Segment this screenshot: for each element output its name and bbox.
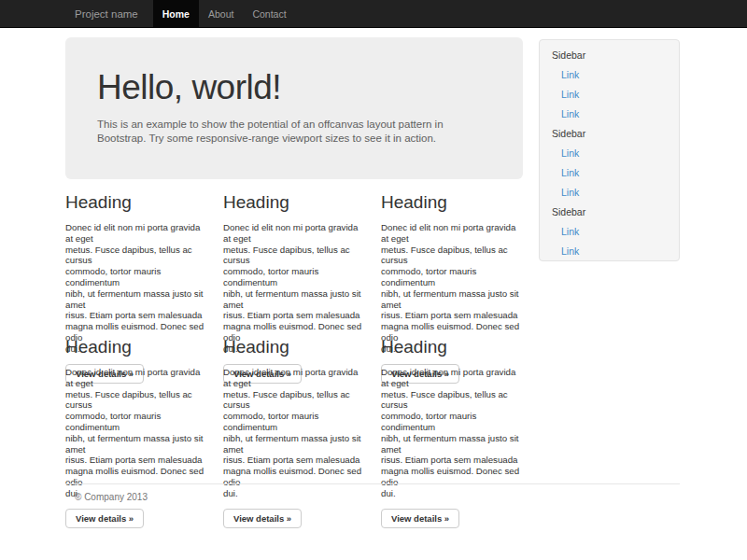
card-heading: Heading <box>381 192 523 213</box>
card-heading: Heading <box>65 192 207 213</box>
card-body-text: Donec id elit non mi porta gravida at eg… <box>381 367 523 499</box>
page-title: Hello, world! <box>97 68 491 107</box>
sidebar-group-heading: Sidebar <box>540 124 679 144</box>
navbar-brand[interactable]: Project name <box>60 0 153 28</box>
navbar-container: Project name Home About Contact <box>60 0 747 28</box>
footer-copyright: © Company 2013 <box>75 492 148 502</box>
sidebar-link[interactable]: Link <box>540 242 679 261</box>
sidebar-link[interactable]: Link <box>540 105 679 124</box>
sidebar-panel: Sidebar Link Link Link Sidebar Link Link… <box>539 39 680 261</box>
sidebar-link[interactable]: Link <box>540 144 679 163</box>
card-heading: Heading <box>223 192 365 213</box>
navbar: Project name Home About Contact <box>0 0 747 28</box>
jumbotron: Hello, world! This is an example to show… <box>65 37 523 179</box>
card-heading: Heading <box>223 337 365 357</box>
content-card: Heading Donec id elit non mi porta gravi… <box>223 337 365 528</box>
card-heading: Heading <box>381 337 523 357</box>
jumbotron-lead: This is an example to show the potential… <box>97 118 491 146</box>
navbar-brand-label: Project name <box>75 8 138 20</box>
card-body-text: Donec id elit non mi porta gravida at eg… <box>65 222 207 355</box>
card-heading: Heading <box>65 337 207 357</box>
sidebar-link[interactable]: Link <box>540 222 679 242</box>
nav-item-about[interactable]: About <box>199 0 243 28</box>
nav-item-home[interactable]: Home <box>153 0 199 28</box>
card-body-text: Donec id elit non mi porta gravida at eg… <box>65 367 207 499</box>
sidebar-link[interactable]: Link <box>540 85 679 105</box>
card-body-text: Donec id elit non mi porta gravida at eg… <box>223 222 365 355</box>
view-details-button[interactable]: View details » <box>381 509 459 528</box>
view-details-button[interactable]: View details » <box>223 509 302 528</box>
view-details-button[interactable]: View details » <box>65 509 144 528</box>
sidebar-link[interactable]: Link <box>540 163 679 183</box>
sidebar-group-heading: Sidebar <box>540 203 679 222</box>
sidebar-link[interactable]: Link <box>540 183 679 203</box>
sidebar-link[interactable]: Link <box>540 65 679 85</box>
content-card: Heading Donec id elit non mi porta gravi… <box>381 337 523 528</box>
sidebar-group-heading: Sidebar <box>540 46 679 65</box>
card-body-text: Donec id elit non mi porta gravida at eg… <box>381 222 523 355</box>
footer-divider <box>65 483 680 484</box>
nav-item-contact[interactable]: Contact <box>243 0 295 28</box>
card-body-text: Donec id elit non mi porta gravida at eg… <box>223 367 365 499</box>
